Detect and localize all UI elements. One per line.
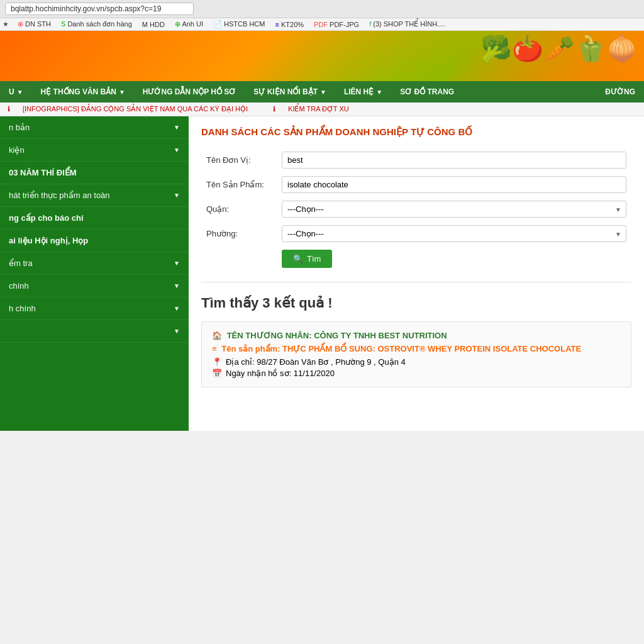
result-card-0: 🏠 TÊN THƯƠNG NHÂN: CÔNG TY TNHH BEST NUT… bbox=[201, 321, 631, 387]
list-icon: ≡ bbox=[212, 344, 217, 353]
result-date: 📅 Ngày nhận hồ sơ: 11/11/2020 bbox=[212, 369, 621, 378]
search-form: Tên Đơn Vị: Tên Sản Phẩm: Quận: ---Chọn-… bbox=[201, 148, 631, 272]
result-address: 📍 Địa chỉ: 98/27 Đoàn Văn Bơ , Phường 9 … bbox=[212, 357, 621, 367]
quan-select-wrapper: ---Chọn--- bbox=[282, 201, 626, 218]
info-icon-1: ℹ bbox=[8, 105, 10, 113]
sidebar-arrow-3: ▼ bbox=[174, 192, 180, 199]
sidebar-item-6[interactable]: ểm tra ▼ bbox=[0, 252, 189, 275]
bookmark-don-hang[interactable]: S Danh sách đơn hàng bbox=[57, 19, 136, 29]
sidebar-item-0[interactable]: n bản ▼ bbox=[0, 116, 189, 139]
sidebar-arrow-7: ▼ bbox=[174, 282, 180, 289]
sidebar-arrow-9: ▼ bbox=[174, 328, 180, 335]
site-header-banner: 🥦🍅🥕🫑🧅 bbox=[0, 31, 644, 81]
bookmark-pdf-jpg[interactable]: PDF PDF-JPG bbox=[310, 20, 363, 29]
sidebar-arrow-6: ▼ bbox=[174, 260, 180, 267]
info-link-1[interactable]: [INFOGRAPHICS] ĐẢNG CỘNG SẢN VIỆT NAM QU… bbox=[23, 105, 248, 113]
sidebar-item-1[interactable]: kiện ▼ bbox=[0, 139, 189, 162]
calendar-icon: 📅 bbox=[212, 369, 222, 378]
nav-item-van-ban[interactable]: HỆ THỐNG VĂN BẢN ▼ bbox=[32, 81, 134, 103]
ten-don-vi-input[interactable] bbox=[282, 152, 626, 169]
browser-chrome: bqlattp.hochiminhcity.gov.vn/spcb.aspx?c… bbox=[0, 0, 644, 18]
nav-arrow-su-kien: ▼ bbox=[320, 89, 326, 96]
nav-item-huong-dan[interactable]: HƯỚNG DẪN NỘP HỒ SƠ bbox=[134, 81, 245, 103]
info-bar: ℹ [INFOGRAPHICS] ĐẢNG CỘNG SẢN VIỆT NAM … bbox=[0, 103, 644, 116]
address-bar[interactable]: bqlattp.hochiminhcity.gov.vn/spcb.aspx?c… bbox=[5, 3, 194, 15]
search-icon: 🔍 bbox=[293, 254, 303, 264]
sidebar-arrow-1: ▼ bbox=[174, 147, 180, 153]
bookmark-shop[interactable]: f (3) SHOP THỂ HÌNH.... bbox=[365, 19, 448, 29]
bookmark-dn-sth[interactable]: ⊕ DN STH bbox=[14, 19, 55, 29]
nav-right-text: ĐƯỜNG bbox=[596, 81, 644, 103]
sidebar-item-9[interactable]: ▼ bbox=[0, 320, 189, 343]
ten-san-pham-input[interactable] bbox=[282, 176, 626, 193]
sidebar-item-4[interactable]: ng cấp cho báo chí bbox=[0, 207, 189, 230]
content-area: DANH SÁCH CÁC SẢN PHẨM DOANH NGHIỆP TỰ C… bbox=[189, 116, 644, 431]
home-icon: 🏠 bbox=[212, 331, 222, 340]
bookmark-kt20[interactable]: ≡ KT20% bbox=[271, 20, 308, 29]
quan-select[interactable]: ---Chọn--- bbox=[282, 201, 626, 218]
phuong-select[interactable]: ---Chọn--- bbox=[282, 225, 626, 242]
quan-label: Quận: bbox=[201, 197, 277, 221]
nav-item-su-kien[interactable]: SỰ KIỆN NỔI BẬT ▼ bbox=[245, 81, 335, 103]
info-link-2[interactable]: KIỂM TRA ĐỢT XU bbox=[288, 105, 349, 113]
result-product-line: ≡ Tên sản phẩm: THỰC PHẨM BỔ SUNG: OSTRO… bbox=[212, 344, 621, 353]
sidebar-arrow-8: ▼ bbox=[174, 305, 180, 312]
nav-arrow-lien-he: ▼ bbox=[376, 89, 382, 96]
search-button[interactable]: 🔍 Tìm bbox=[282, 250, 332, 268]
info-icon-2: ℹ bbox=[273, 105, 275, 113]
location-icon: 📍 bbox=[212, 357, 222, 367]
nav-item-so-do[interactable]: SƠ ĐỒ TRANG bbox=[391, 81, 463, 103]
main-container: n bản ▼ kiện ▼ 03 NĂM THÍ ĐIỂM hát triển… bbox=[0, 116, 644, 431]
bookmark-star-icon: ★ bbox=[3, 20, 9, 28]
nav-arrow-van-ban: ▼ bbox=[119, 89, 125, 96]
phuong-label: Phường: bbox=[201, 221, 277, 246]
bookmark-hstcb[interactable]: 📄 HSTCB HCM bbox=[209, 19, 269, 29]
sidebar-item-3[interactable]: hát triển thực phẩm an toàn ▼ bbox=[0, 184, 189, 207]
sidebar-item-5[interactable]: ai liệu Hội nghị, Họp bbox=[0, 230, 189, 252]
nav-arrow-u: ▼ bbox=[17, 89, 23, 96]
ten-don-vi-label: Tên Đơn Vị: bbox=[201, 148, 277, 172]
phuong-select-wrapper: ---Chọn--- bbox=[282, 225, 626, 242]
header-decoration: 🥦🍅🥕🫑🧅 bbox=[480, 34, 638, 64]
results-count: Tìm thấy 3 kết quả ! bbox=[201, 295, 631, 311]
sidebar-item-8[interactable]: h chính ▼ bbox=[0, 297, 189, 320]
page-title: DANH SÁCH CÁC SẢN PHẨM DOANH NGHIỆP TỰ C… bbox=[201, 126, 631, 138]
result-product-name[interactable]: Tên sản phẩm: THỰC PHẨM BỔ SUNG: OSTROVI… bbox=[221, 344, 581, 353]
nav-bar: U ▼ HỆ THỐNG VĂN BẢN ▼ HƯỚNG DẪN NỘP HỒ … bbox=[0, 81, 644, 103]
sidebar-item-2[interactable]: 03 NĂM THÍ ĐIỂM bbox=[0, 162, 189, 184]
sidebar-arrow-0: ▼ bbox=[174, 124, 180, 131]
nav-item-lien-he[interactable]: LIÊN HỆ ▼ bbox=[335, 81, 391, 103]
nav-item-u[interactable]: U ▼ bbox=[0, 81, 32, 103]
sidebar-item-7[interactable]: chính ▼ bbox=[0, 275, 189, 297]
sidebar: n bản ▼ kiện ▼ 03 NĂM THÍ ĐIỂM hát triển… bbox=[0, 116, 189, 431]
results-divider bbox=[201, 282, 631, 282]
result-company-name[interactable]: TÊN THƯƠNG NHÂN: CÔNG TY TNHH BEST NUTRI… bbox=[227, 331, 447, 340]
bookmark-hdd[interactable]: M HDD bbox=[138, 20, 169, 29]
bookmarks-bar: ★ ⊕ DN STH S Danh sách đơn hàng M HDD ⊕ … bbox=[0, 18, 644, 31]
ten-san-pham-label: Tên Sản Phẩm: bbox=[201, 172, 277, 197]
result-company-line: 🏠 TÊN THƯƠNG NHÂN: CÔNG TY TNHH BEST NUT… bbox=[212, 331, 621, 340]
bookmark-anh-ui[interactable]: ⊕ Anh UI bbox=[171, 19, 207, 29]
